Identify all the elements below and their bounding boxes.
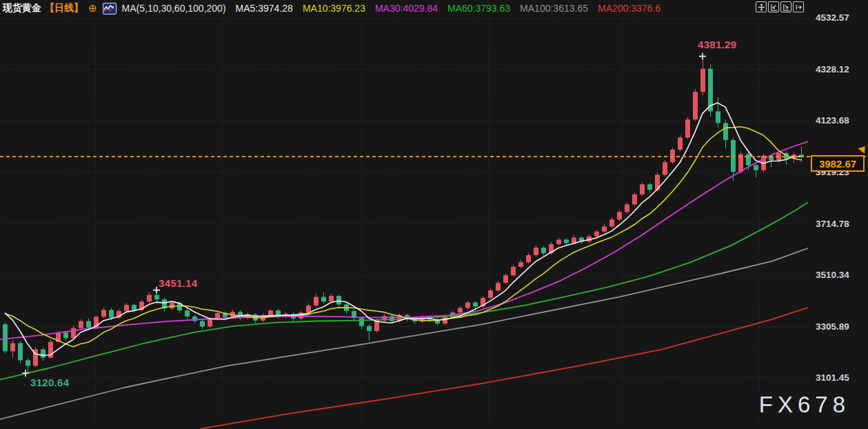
go-to-latest-icon [795,3,803,11]
ma-value: MA60:3793.63 [447,3,510,14]
chart-toolbar [756,1,804,12]
go-to-latest-button[interactable] [793,1,804,12]
price-annotation: 3120.64 [30,377,69,388]
ma-value: MA30:4029.84 [375,3,438,14]
fit-scale-right-button[interactable] [780,1,791,12]
move-tool-button[interactable] [756,1,767,12]
ma-value: MA200:3376.6 [598,3,660,14]
y-axis-label: 4123.68 [816,115,849,126]
watermark-logo: FX678 [759,392,850,418]
y-axis-label: 3714.78 [816,219,849,229]
fit-scale-left-button[interactable] [768,1,779,12]
y-axis-label: 3305.89 [816,321,849,332]
ma-value: MA5:3974.28 [236,3,293,14]
y-axis-label: 4328.12 [816,64,849,74]
ma-values-group: MA5:3974.28MA10:3976.23MA30:4029.84MA60:… [226,3,660,14]
price-annotation: 3451.14 [159,277,197,289]
add-indicator-icon[interactable]: ⊕ [88,2,97,14]
timeframe-label: 【日线】 [45,2,83,14]
fit-scale-left-icon [770,3,778,11]
fit-scale-right-icon [783,3,790,11]
current-price-tag: 3982.67 [811,155,865,172]
y-axis-label: 3510.34 [816,270,849,280]
gold-daily-chart-window: 现货黄金 【日线】 ⊕ MA(5,10,30,60,100,200) MA5:3… [0,0,868,429]
y-axis-label: 3101.45 [816,372,849,383]
price-chart-canvas[interactable] [0,0,868,429]
instrument-title: 现货黄金 [3,2,41,14]
y-axis-label: 4532.57 [816,12,849,23]
ma-value: MA10:3976.23 [303,3,365,14]
mini-chart-logo-icon[interactable] [103,3,117,14]
ma-params-label: MA(5,10,30,60,100,200) [122,3,226,14]
chart-header: 现货黄金 【日线】 ⊕ MA(5,10,30,60,100,200) MA5:3… [3,1,660,16]
ma-value: MA100:3613.65 [520,3,588,14]
move-cross-icon [758,3,765,11]
price-annotation: 4381.29 [698,39,736,50]
